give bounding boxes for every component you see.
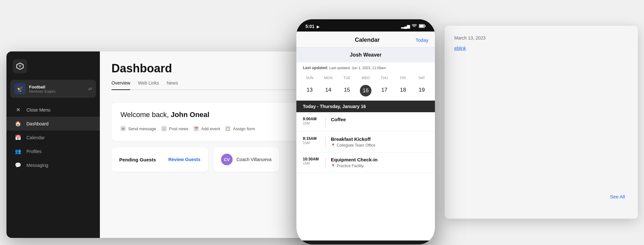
add-event-button[interactable]: 📅 Add event	[194, 124, 220, 133]
bg-window-date: March 13, 2023	[454, 35, 628, 41]
assign-form-button[interactable]: 📋 Assign form	[225, 124, 255, 133]
phone-status-icons: ▂▄▆	[401, 24, 426, 29]
signal-icon: ▂▄▆	[401, 24, 410, 29]
sidebar-item-messaging[interactable]: 💬 Messaging	[6, 158, 100, 172]
send-message-icon: ✉	[120, 126, 126, 131]
phone-screen: Calendar Today Josh Weaver Last updated:…	[296, 32, 435, 240]
location-icon: ▶	[317, 25, 319, 29]
event-breakfast-kickoff[interactable]: 9:15AM 15M Breakfast Kickoff 📍 Collegiat…	[296, 132, 435, 152]
sidebar-logo: Y	[6, 51, 100, 80]
coach-card: CV Coach Villanueva	[213, 147, 279, 172]
phone-mockup: 5:01 ▶ ▂▄▆	[296, 19, 435, 244]
pending-guests-card: Pending Guests Review Guests	[111, 147, 208, 172]
date-19[interactable]: 19	[412, 85, 431, 96]
event-breakfast-content: Breakfast Kickoff 📍 Collegiate Team Offi…	[331, 136, 428, 148]
bg-window-link[interactable]: eblink	[454, 46, 628, 51]
event-divider-2	[325, 137, 326, 148]
event-coffee-content: Coffee	[331, 117, 428, 123]
event-divider	[325, 117, 326, 127]
sidebar-item-calendar[interactable]: 📅 Calendar	[6, 131, 100, 144]
close-menu-button[interactable]: ✕ Close Menu	[6, 103, 100, 117]
last-updated-text: Last updated: Last updated: Jun 1, 2023,…	[296, 62, 435, 72]
day-thu: THU	[375, 75, 394, 81]
close-menu-label: Close Menu	[26, 107, 51, 113]
event-equipment-time: 10:30AM 15M	[303, 157, 325, 165]
phone-today-button[interactable]: Today	[416, 37, 428, 43]
send-message-button[interactable]: ✉ Send message	[120, 124, 156, 133]
event-breakfast-location: 📍 Collegiate Team Office	[331, 143, 428, 148]
app-logo: Y	[13, 59, 27, 73]
page-title: Dashboard	[111, 62, 304, 75]
messaging-icon: 💬	[14, 162, 22, 168]
sidebar: Y 🦅 Football Newtown Eagles ⇄ ✕ Close Me…	[6, 51, 100, 238]
assign-form-icon: 📋	[225, 126, 230, 131]
svg-rect-4	[425, 25, 426, 27]
calendar-week-dates: 13 14 15 16 17 18 19	[296, 84, 435, 101]
day-wed: WED	[356, 75, 375, 81]
post-news-button[interactable]: 📰 Post news	[161, 124, 188, 133]
cards-row: Pending Guests Review Guests CV Coach Vi…	[111, 147, 304, 172]
sidebar-item-dashboard-label: Dashboard	[26, 121, 49, 126]
sidebar-nav: ✕ Close Menu 🏠 Dashboard 📅 Calendar 👥 Pr…	[6, 100, 100, 238]
background-window: March 13, 2023 eblink See All	[445, 26, 638, 219]
today-label: Today - Thursday, January 16	[296, 101, 435, 112]
add-event-icon: 📅	[194, 126, 199, 131]
welcome-text: Welcome back, John Oneal	[120, 111, 295, 119]
event-coffee-time: 9:00AM 15M	[303, 117, 325, 125]
event-equipment-content: Equipment Check-in 📍 Practice Facility	[331, 157, 428, 168]
sidebar-item-calendar-label: Calendar	[26, 135, 45, 140]
date-15[interactable]: 15	[338, 85, 356, 96]
date-13[interactable]: 13	[300, 85, 319, 96]
see-all-button[interactable]: See All	[610, 194, 625, 199]
date-18[interactable]: 18	[394, 85, 412, 96]
welcome-name: John Oneal	[171, 111, 209, 119]
action-buttons: ✉ Send message 📰 Post news 📅 Add event 📋…	[120, 124, 295, 133]
location-pin-icon-2: 📍	[331, 164, 335, 168]
day-sat: SAT	[412, 75, 431, 81]
sidebar-item-messaging-label: Messaging	[26, 163, 48, 168]
team-arrow-icon: ⇄	[88, 86, 92, 91]
svg-rect-3	[419, 25, 424, 27]
event-equipment-checkin[interactable]: 10:30AM 15M Equipment Check-in 📍 Practic…	[296, 152, 435, 173]
team-icon: 🦅	[14, 83, 26, 95]
coach-avatar: CV	[221, 154, 233, 165]
team-subtitle: Newtown Eagles	[29, 89, 88, 93]
home-icon: 🏠	[14, 121, 22, 127]
tab-overview[interactable]: Overview	[111, 80, 130, 90]
team-name: Football	[29, 85, 88, 89]
sidebar-item-dashboard[interactable]: 🏠 Dashboard	[6, 117, 100, 131]
event-equipment-location: 📍 Practice Facility	[331, 164, 428, 168]
pending-guests-title: Pending Guests	[119, 157, 156, 162]
calendar-week-header: SUN MON TUE WED THU FRI SAT	[296, 72, 435, 84]
event-breakfast-time: 9:15AM 15M	[303, 136, 325, 145]
main-app-window: Y 🦅 Football Newtown Eagles ⇄ ✕ Close Me…	[6, 51, 316, 238]
sidebar-item-profiles[interactable]: 👥 Profiles	[6, 144, 100, 158]
phone-header: Calendar Today	[296, 32, 435, 48]
date-14[interactable]: 14	[319, 85, 338, 96]
event-divider-3	[325, 158, 326, 168]
day-fri: FRI	[394, 75, 412, 81]
day-sun: SUN	[300, 75, 319, 81]
close-icon: ✕	[14, 107, 22, 113]
calendar-events: 9:00AM 15M Coffee 9:15AM 15M Breakfast K…	[296, 112, 435, 173]
wifi-icon	[412, 24, 417, 29]
tab-web-links[interactable]: Web Links	[138, 80, 159, 90]
team-selector[interactable]: 🦅 Football Newtown Eagles ⇄	[10, 80, 96, 98]
day-tue: TUE	[338, 75, 356, 81]
coach-name: Coach Villanueva	[236, 157, 272, 162]
svg-text:Y: Y	[19, 65, 21, 68]
date-16-today[interactable]: 16	[360, 85, 371, 96]
tab-news[interactable]: News	[167, 80, 178, 90]
review-guests-button[interactable]: Review Guests	[168, 157, 200, 162]
calendar-user-name: Josh Weaver	[296, 48, 435, 62]
phone-calendar-title: Calendar	[355, 37, 380, 43]
date-17[interactable]: 17	[375, 85, 394, 96]
sidebar-item-profiles-label: Profiles	[26, 149, 42, 154]
event-coffee[interactable]: 9:00AM 15M Coffee	[296, 112, 435, 132]
calendar-icon: 📅	[14, 134, 22, 141]
main-content: Dashboard Overview Web Links News Welcom…	[100, 51, 316, 238]
battery-icon	[419, 24, 426, 29]
content-tabs: Overview Web Links News	[111, 80, 304, 90]
welcome-card: Welcome back, John Oneal ✉ Send message …	[111, 103, 304, 141]
content-body: Welcome back, John Oneal ✉ Send message …	[100, 95, 316, 238]
